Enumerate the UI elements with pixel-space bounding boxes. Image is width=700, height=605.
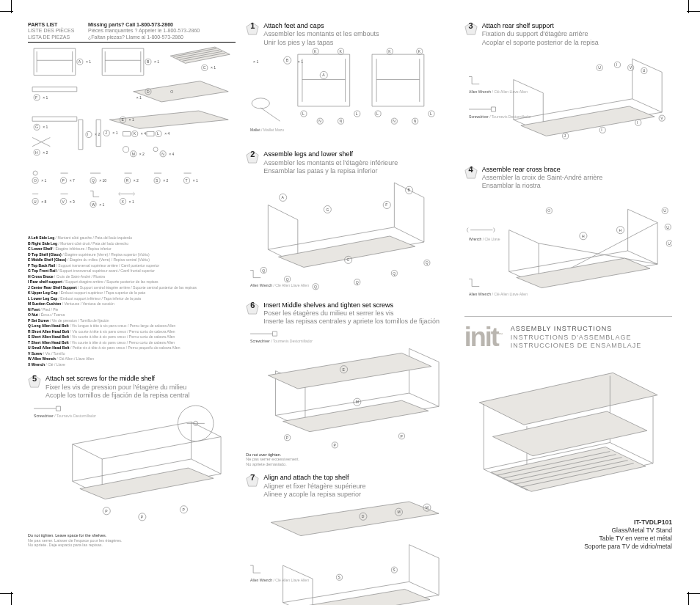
parts-diagram: A× 1 B× 1 C× 1 D× 1 O E× 1 <box>28 43 236 235</box>
step-4: 4 Assemble rear cross brace Assembler la… <box>464 166 672 309</box>
svg-text:U: U <box>643 68 646 73</box>
parts-heading-es: LISTA DE PIEZAS <box>28 34 82 40</box>
step-5: 5 Attach set screws for the middle shelf… <box>28 375 236 548</box>
legend-row: K Upper Leg Cap / Embout support supérie… <box>28 290 236 296</box>
svg-text:L: L <box>430 111 432 116</box>
product-info: IT-TVDLP101 Glass/Metal TV Stand Table T… <box>464 518 672 551</box>
parts-list: PARTS LIST LISTE DES PIÈCES LISTA DE PIE… <box>28 22 236 367</box>
step-1-diagram: × 1 B × 1 A KK KK LNNL LNNL Mallet / Mai… <box>246 47 453 144</box>
crop-mark <box>687 11 700 12</box>
crop-mark <box>687 593 700 594</box>
step-5-title: Attach set screws for the middle shelf <box>45 375 190 383</box>
svg-text:D: D <box>147 89 150 94</box>
step-3-diagram: Allen Wrench / Clé Allen Llave Allen Scr… <box>464 47 672 158</box>
step-6-diagram: Screwdriver / Tournevis Destornillador E… <box>246 326 453 452</box>
svg-text:T: T <box>186 178 188 183</box>
svg-rect-213 <box>491 107 495 111</box>
svg-text:K: K <box>389 49 392 54</box>
svg-text:K: K <box>134 132 136 136</box>
svg-text:J: J <box>564 133 566 138</box>
svg-text:F: F <box>35 95 37 100</box>
legend-row: F Top Back Rail / Support transversal su… <box>28 263 236 269</box>
svg-text:C: C <box>347 257 350 262</box>
column-2: 1 Attach feet and caps Assembler les mon… <box>246 22 453 583</box>
legend-row: Q Long Allen Head Bolt / Vis longue à tê… <box>28 323 236 329</box>
step-6-note: Do not over tighten. Ne pas serrer exces… <box>246 452 453 467</box>
svg-text:V: V <box>660 116 663 120</box>
svg-text:× 1: × 1 <box>154 60 159 65</box>
step-1-title: Attach feet and caps <box>263 22 379 30</box>
svg-text:Q: Q <box>426 260 429 265</box>
svg-text:× 8: × 8 <box>41 199 46 204</box>
step-2: 2 Assemble legs and lower shelf Assemble… <box>246 150 453 294</box>
crop-mark <box>0 11 13 12</box>
svg-text:B: B <box>147 60 150 65</box>
svg-text:P: P <box>141 515 144 519</box>
legend-row: M Suction Cushion / Ventouse / Ventosa d… <box>28 301 236 307</box>
svg-text:× 1: × 1 <box>43 125 48 130</box>
svg-text:L: L <box>302 111 305 116</box>
svg-text:× 1: × 1 <box>211 66 216 70</box>
crop-mark <box>0 593 13 594</box>
svg-text:Screwdriver / Tournevis Destor: Screwdriver / Tournevis Destornillador <box>34 414 96 418</box>
svg-text:K: K <box>418 49 421 54</box>
svg-text:× 1: × 1 <box>41 178 46 183</box>
svg-text:N: N <box>318 119 321 123</box>
svg-text:N: N <box>340 119 343 123</box>
step-3-badge: 3 <box>464 22 478 35</box>
svg-text:Q: Q <box>393 271 396 276</box>
svg-text:R: R <box>126 178 129 183</box>
svg-text:H: H <box>619 228 621 232</box>
svg-text:× 10: × 10 <box>99 178 106 183</box>
step-5-title-es: Acople los tornillos de fijación de la r… <box>45 392 190 400</box>
svg-text:Q: Q <box>263 268 266 273</box>
legend-row: R Short Allen Head Bolt / Vis courte à t… <box>28 329 236 335</box>
svg-text:× 1: × 1 <box>112 131 117 136</box>
svg-text:P: P <box>401 433 404 438</box>
svg-rect-119 <box>298 54 350 106</box>
svg-text:Mallet / Maillet Mazo: Mallet / Maillet Mazo <box>250 128 284 132</box>
svg-text:U: U <box>666 225 669 230</box>
svg-point-65 <box>33 171 37 175</box>
svg-text:W: W <box>92 202 95 207</box>
column-1: PARTS LIST LISTE DES PIÈCES LISTA DE PIE… <box>28 22 236 583</box>
svg-text:B: B <box>408 188 411 192</box>
svg-text:D: D <box>362 515 365 519</box>
svg-text:× 1: × 1 <box>99 202 104 207</box>
svg-text:G: G <box>327 208 329 212</box>
assembly-title: ASSEMBLY INSTRUCTIONS <box>511 325 642 333</box>
svg-text:Q: Q <box>286 277 289 282</box>
svg-text:× 3: × 3 <box>70 199 75 204</box>
svg-text:U: U <box>598 65 601 70</box>
svg-point-153 <box>252 98 269 109</box>
svg-text:S: S <box>338 575 341 579</box>
svg-text:M: M <box>356 400 359 404</box>
legend-row: S Short Allen Head Bolt / Vis courte à t… <box>28 334 236 340</box>
svg-rect-180 <box>273 331 277 336</box>
svg-text:I: I <box>601 128 602 132</box>
legend-row: A Left Side Leg / Montant côté gauche / … <box>28 235 236 241</box>
svg-text:C: C <box>203 66 206 70</box>
svg-text:× 2: × 2 <box>139 152 145 156</box>
svg-rect-32 <box>32 117 77 121</box>
legend-row: N Foot / Pied / Pie <box>28 307 236 313</box>
svg-text:L: L <box>376 111 379 116</box>
svg-text:N: N <box>393 119 396 123</box>
svg-text:P: P <box>182 507 185 512</box>
svg-text:L: L <box>356 111 358 116</box>
svg-text:O: O <box>170 89 173 94</box>
svg-text:F: F <box>386 203 388 208</box>
svg-text:× 4: × 4 <box>164 132 169 136</box>
svg-text:N: N <box>414 119 417 123</box>
brand-logo: init™ <box>464 324 503 351</box>
step-3: 3 Attach rear shelf support Fixation du … <box>464 22 672 158</box>
svg-text:Allen Wrench / Clé Allen Llave: Allen Wrench / Clé Allen Llave Allen <box>250 579 309 583</box>
svg-text:× 2: × 2 <box>163 178 168 183</box>
step-6-badge: 6 <box>246 301 259 315</box>
svg-text:G: G <box>35 125 38 130</box>
svg-text:Allen Wrench / Clé Allen Llave: Allen Wrench / Clé Allen Llave Allen <box>469 292 528 296</box>
parts-legend: A Left Side Leg / Montant côté gauche / … <box>28 235 236 367</box>
svg-text:× 2: × 2 <box>43 150 48 155</box>
svg-rect-41 <box>79 120 83 149</box>
svg-text:S: S <box>156 178 158 183</box>
